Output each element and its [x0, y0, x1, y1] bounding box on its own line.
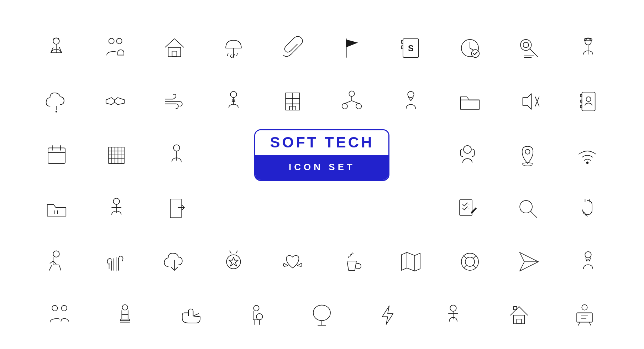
- row-1: S: [27, 21, 618, 75]
- svg-marker-122: [382, 306, 393, 325]
- svg-rect-24: [584, 39, 592, 41]
- svg-point-113: [61, 306, 67, 311]
- svg-line-108: [473, 265, 476, 268]
- svg-rect-78: [460, 200, 472, 215]
- svg-marker-100: [401, 252, 420, 271]
- badge-top: SOFT TECH: [255, 130, 388, 155]
- icon-woman-sitting: [28, 235, 85, 288]
- icon-tree: [293, 288, 350, 342]
- svg-point-129: [582, 304, 587, 310]
- icon-engineer: [560, 21, 617, 75]
- svg-rect-115: [120, 319, 130, 321]
- icon-verified-clock: [441, 21, 498, 75]
- svg-line-8: [230, 54, 231, 57]
- svg-text:S: S: [408, 43, 413, 53]
- icon-s-book: S: [382, 21, 439, 75]
- icon-female-worker: [28, 21, 85, 75]
- svg-line-88: [50, 261, 53, 264]
- svg-marker-97: [229, 257, 238, 266]
- svg-point-43: [408, 92, 414, 98]
- icon-lightning: [359, 288, 416, 342]
- svg-point-83: [520, 200, 532, 213]
- svg-rect-14: [401, 46, 403, 49]
- svg-point-38: [342, 103, 347, 109]
- svg-line-132: [589, 322, 591, 325]
- icon-search-magnifier: [499, 182, 556, 235]
- icon-person-casual: [88, 182, 145, 235]
- svg-point-116: [253, 306, 259, 311]
- svg-rect-76: [170, 199, 181, 218]
- icon-wifi: [559, 128, 616, 182]
- svg-point-23: [585, 39, 591, 45]
- soft-tech-badge: SOFT TECH ICON SET: [254, 129, 389, 181]
- icon-two-workers: [31, 288, 88, 342]
- icon-building-grid: [264, 75, 321, 128]
- svg-point-73: [114, 198, 120, 205]
- icon-collection: S: [27, 21, 618, 342]
- svg-rect-127: [517, 319, 521, 324]
- icon-hand-pointing: [162, 288, 219, 342]
- icon-folder-open: [441, 75, 498, 128]
- icon-folder-pause: [28, 182, 85, 235]
- svg-point-37: [349, 91, 354, 96]
- svg-point-68: [525, 150, 530, 154]
- row-4: [27, 182, 618, 235]
- icon-checklist-edit: [439, 182, 496, 235]
- svg-point-29: [230, 92, 237, 98]
- badge-title: SOFT TECH: [270, 134, 374, 151]
- icon-calendar: [28, 128, 85, 182]
- badge-subtitle: ICON SET: [289, 162, 355, 173]
- svg-marker-82: [471, 208, 477, 214]
- main-container: S: [20, 14, 625, 335]
- icon-female-professional: [382, 75, 439, 128]
- svg-point-3: [116, 38, 122, 44]
- svg-point-70: [586, 162, 589, 164]
- svg-line-20: [530, 49, 538, 57]
- svg-rect-5: [172, 51, 177, 57]
- svg-rect-4: [168, 47, 180, 57]
- icon-cloud-download: [146, 235, 203, 288]
- icon-manager: [205, 75, 262, 128]
- svg-line-107: [464, 265, 467, 268]
- svg-line-84: [530, 212, 537, 218]
- svg-line-106: [473, 256, 476, 259]
- svg-marker-45: [523, 94, 531, 109]
- icon-lifebuoy: [441, 235, 498, 288]
- icon-team-hierarchy: [323, 75, 380, 128]
- svg-point-0: [53, 38, 59, 45]
- svg-line-99: [236, 251, 237, 253]
- svg-point-19: [523, 42, 528, 48]
- icon-wind: [146, 75, 203, 128]
- icon-paperclip: [264, 21, 321, 75]
- icon-map-open: [382, 235, 439, 288]
- icon-power-plug: [559, 182, 616, 235]
- svg-rect-13: [401, 40, 403, 43]
- icon-small-house: [491, 288, 548, 342]
- svg-line-7: [227, 53, 228, 56]
- svg-line-105: [464, 256, 467, 259]
- svg-point-112: [52, 306, 57, 311]
- icon-hot-coffee: [323, 235, 380, 288]
- icon-person-casual2: [425, 288, 482, 342]
- svg-rect-53: [48, 148, 65, 163]
- row-3: SOFT TECH ICON SET: [27, 128, 618, 182]
- icon-door-exit: [148, 182, 205, 235]
- svg-line-98: [230, 251, 231, 253]
- icon-businesswoman: [560, 235, 617, 288]
- icon-key-search: [501, 21, 557, 75]
- svg-point-39: [356, 103, 361, 109]
- svg-point-117: [256, 314, 263, 320]
- svg-line-89: [53, 261, 56, 264]
- svg-point-2: [109, 38, 114, 44]
- svg-line-131: [578, 322, 580, 325]
- icon-star-medal: [205, 235, 262, 288]
- icon-hand-wave: [87, 235, 144, 288]
- icon-address-book: [560, 75, 617, 128]
- svg-rect-50: [580, 100, 582, 103]
- icon-umbrella-rain: [205, 21, 262, 75]
- badge-container: SOFT TECH ICON SET: [208, 129, 436, 181]
- svg-line-10: [236, 53, 237, 56]
- icon-heart-hands: [264, 235, 321, 288]
- svg-point-87: [53, 251, 59, 257]
- icon-office-building: [88, 128, 145, 182]
